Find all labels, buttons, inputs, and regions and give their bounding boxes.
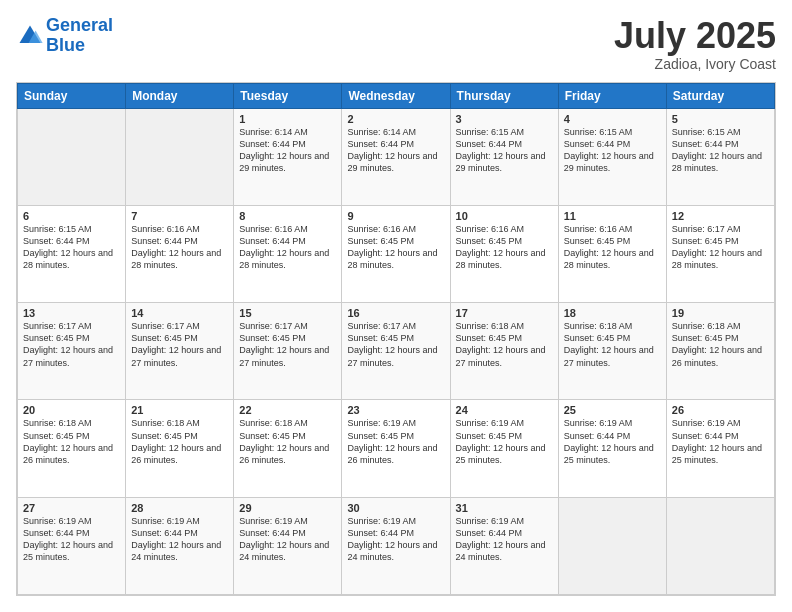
- day-number: 24: [456, 404, 553, 416]
- day-number: 22: [239, 404, 336, 416]
- day-number: 6: [23, 210, 120, 222]
- day-info: Sunrise: 6:15 AMSunset: 6:44 PMDaylight:…: [456, 126, 553, 175]
- calendar-cell: 3Sunrise: 6:15 AMSunset: 6:44 PMDaylight…: [450, 108, 558, 205]
- day-number: 1: [239, 113, 336, 125]
- day-number: 29: [239, 502, 336, 514]
- logo: General Blue: [16, 16, 113, 56]
- col-wednesday: Wednesday: [342, 83, 450, 108]
- calendar-cell: 5Sunrise: 6:15 AMSunset: 6:44 PMDaylight…: [666, 108, 774, 205]
- day-number: 25: [564, 404, 661, 416]
- calendar-body: 1Sunrise: 6:14 AMSunset: 6:44 PMDaylight…: [18, 108, 775, 594]
- calendar-cell: 19Sunrise: 6:18 AMSunset: 6:45 PMDayligh…: [666, 303, 774, 400]
- day-info: Sunrise: 6:16 AMSunset: 6:44 PMDaylight:…: [131, 223, 228, 272]
- calendar-cell: 7Sunrise: 6:16 AMSunset: 6:44 PMDaylight…: [126, 205, 234, 302]
- day-info: Sunrise: 6:16 AMSunset: 6:44 PMDaylight:…: [239, 223, 336, 272]
- calendar-cell: [666, 497, 774, 594]
- calendar-week-row: 13Sunrise: 6:17 AMSunset: 6:45 PMDayligh…: [18, 303, 775, 400]
- month-title: July 2025: [614, 16, 776, 56]
- calendar-cell: 28Sunrise: 6:19 AMSunset: 6:44 PMDayligh…: [126, 497, 234, 594]
- day-number: 18: [564, 307, 661, 319]
- calendar-cell: 31Sunrise: 6:19 AMSunset: 6:44 PMDayligh…: [450, 497, 558, 594]
- day-info: Sunrise: 6:19 AMSunset: 6:44 PMDaylight:…: [672, 417, 769, 466]
- calendar-cell: [126, 108, 234, 205]
- calendar-cell: 11Sunrise: 6:16 AMSunset: 6:45 PMDayligh…: [558, 205, 666, 302]
- day-number: 20: [23, 404, 120, 416]
- col-sunday: Sunday: [18, 83, 126, 108]
- day-number: 4: [564, 113, 661, 125]
- col-friday: Friday: [558, 83, 666, 108]
- day-number: 2: [347, 113, 444, 125]
- calendar-week-row: 20Sunrise: 6:18 AMSunset: 6:45 PMDayligh…: [18, 400, 775, 497]
- day-number: 8: [239, 210, 336, 222]
- day-number: 10: [456, 210, 553, 222]
- day-info: Sunrise: 6:16 AMSunset: 6:45 PMDaylight:…: [564, 223, 661, 272]
- day-number: 28: [131, 502, 228, 514]
- day-number: 17: [456, 307, 553, 319]
- day-info: Sunrise: 6:18 AMSunset: 6:45 PMDaylight:…: [239, 417, 336, 466]
- day-info: Sunrise: 6:17 AMSunset: 6:45 PMDaylight:…: [23, 320, 120, 369]
- calendar: Sunday Monday Tuesday Wednesday Thursday…: [16, 82, 776, 596]
- day-info: Sunrise: 6:18 AMSunset: 6:45 PMDaylight:…: [131, 417, 228, 466]
- day-info: Sunrise: 6:15 AMSunset: 6:44 PMDaylight:…: [672, 126, 769, 175]
- calendar-cell: 20Sunrise: 6:18 AMSunset: 6:45 PMDayligh…: [18, 400, 126, 497]
- calendar-week-row: 6Sunrise: 6:15 AMSunset: 6:44 PMDaylight…: [18, 205, 775, 302]
- calendar-cell: 17Sunrise: 6:18 AMSunset: 6:45 PMDayligh…: [450, 303, 558, 400]
- calendar-cell: 25Sunrise: 6:19 AMSunset: 6:44 PMDayligh…: [558, 400, 666, 497]
- location-subtitle: Zadioa, Ivory Coast: [614, 56, 776, 72]
- calendar-cell: [18, 108, 126, 205]
- day-info: Sunrise: 6:16 AMSunset: 6:45 PMDaylight:…: [347, 223, 444, 272]
- day-info: Sunrise: 6:14 AMSunset: 6:44 PMDaylight:…: [347, 126, 444, 175]
- day-number: 26: [672, 404, 769, 416]
- calendar-cell: 9Sunrise: 6:16 AMSunset: 6:45 PMDaylight…: [342, 205, 450, 302]
- title-section: July 2025 Zadioa, Ivory Coast: [614, 16, 776, 72]
- day-number: 31: [456, 502, 553, 514]
- calendar-cell: 4Sunrise: 6:15 AMSunset: 6:44 PMDaylight…: [558, 108, 666, 205]
- calendar-cell: 10Sunrise: 6:16 AMSunset: 6:45 PMDayligh…: [450, 205, 558, 302]
- calendar-cell: 2Sunrise: 6:14 AMSunset: 6:44 PMDaylight…: [342, 108, 450, 205]
- day-info: Sunrise: 6:19 AMSunset: 6:44 PMDaylight:…: [456, 515, 553, 564]
- day-info: Sunrise: 6:19 AMSunset: 6:44 PMDaylight:…: [239, 515, 336, 564]
- day-number: 12: [672, 210, 769, 222]
- day-info: Sunrise: 6:17 AMSunset: 6:45 PMDaylight:…: [672, 223, 769, 272]
- day-info: Sunrise: 6:18 AMSunset: 6:45 PMDaylight:…: [23, 417, 120, 466]
- calendar-cell: 13Sunrise: 6:17 AMSunset: 6:45 PMDayligh…: [18, 303, 126, 400]
- col-tuesday: Tuesday: [234, 83, 342, 108]
- days-header-row: Sunday Monday Tuesday Wednesday Thursday…: [18, 83, 775, 108]
- day-info: Sunrise: 6:17 AMSunset: 6:45 PMDaylight:…: [239, 320, 336, 369]
- col-thursday: Thursday: [450, 83, 558, 108]
- day-info: Sunrise: 6:17 AMSunset: 6:45 PMDaylight:…: [347, 320, 444, 369]
- calendar-cell: 16Sunrise: 6:17 AMSunset: 6:45 PMDayligh…: [342, 303, 450, 400]
- day-number: 15: [239, 307, 336, 319]
- calendar-week-row: 27Sunrise: 6:19 AMSunset: 6:44 PMDayligh…: [18, 497, 775, 594]
- calendar-cell: 12Sunrise: 6:17 AMSunset: 6:45 PMDayligh…: [666, 205, 774, 302]
- day-info: Sunrise: 6:15 AMSunset: 6:44 PMDaylight:…: [564, 126, 661, 175]
- day-info: Sunrise: 6:15 AMSunset: 6:44 PMDaylight:…: [23, 223, 120, 272]
- calendar-cell: 23Sunrise: 6:19 AMSunset: 6:45 PMDayligh…: [342, 400, 450, 497]
- day-number: 30: [347, 502, 444, 514]
- day-number: 21: [131, 404, 228, 416]
- col-monday: Monday: [126, 83, 234, 108]
- calendar-cell: 21Sunrise: 6:18 AMSunset: 6:45 PMDayligh…: [126, 400, 234, 497]
- day-number: 9: [347, 210, 444, 222]
- header: General Blue July 2025 Zadioa, Ivory Coa…: [16, 16, 776, 72]
- calendar-cell: 27Sunrise: 6:19 AMSunset: 6:44 PMDayligh…: [18, 497, 126, 594]
- col-saturday: Saturday: [666, 83, 774, 108]
- day-info: Sunrise: 6:14 AMSunset: 6:44 PMDaylight:…: [239, 126, 336, 175]
- day-number: 14: [131, 307, 228, 319]
- calendar-cell: 24Sunrise: 6:19 AMSunset: 6:45 PMDayligh…: [450, 400, 558, 497]
- logo-icon: [16, 22, 44, 50]
- calendar-header: Sunday Monday Tuesday Wednesday Thursday…: [18, 83, 775, 108]
- day-info: Sunrise: 6:18 AMSunset: 6:45 PMDaylight:…: [456, 320, 553, 369]
- calendar-cell: 30Sunrise: 6:19 AMSunset: 6:44 PMDayligh…: [342, 497, 450, 594]
- calendar-cell: 6Sunrise: 6:15 AMSunset: 6:44 PMDaylight…: [18, 205, 126, 302]
- calendar-table: Sunday Monday Tuesday Wednesday Thursday…: [17, 83, 775, 595]
- day-number: 19: [672, 307, 769, 319]
- day-number: 5: [672, 113, 769, 125]
- day-info: Sunrise: 6:19 AMSunset: 6:44 PMDaylight:…: [347, 515, 444, 564]
- day-info: Sunrise: 6:19 AMSunset: 6:44 PMDaylight:…: [564, 417, 661, 466]
- calendar-cell: 26Sunrise: 6:19 AMSunset: 6:44 PMDayligh…: [666, 400, 774, 497]
- calendar-cell: 18Sunrise: 6:18 AMSunset: 6:45 PMDayligh…: [558, 303, 666, 400]
- calendar-cell: 14Sunrise: 6:17 AMSunset: 6:45 PMDayligh…: [126, 303, 234, 400]
- calendar-cell: 1Sunrise: 6:14 AMSunset: 6:44 PMDaylight…: [234, 108, 342, 205]
- calendar-cell: [558, 497, 666, 594]
